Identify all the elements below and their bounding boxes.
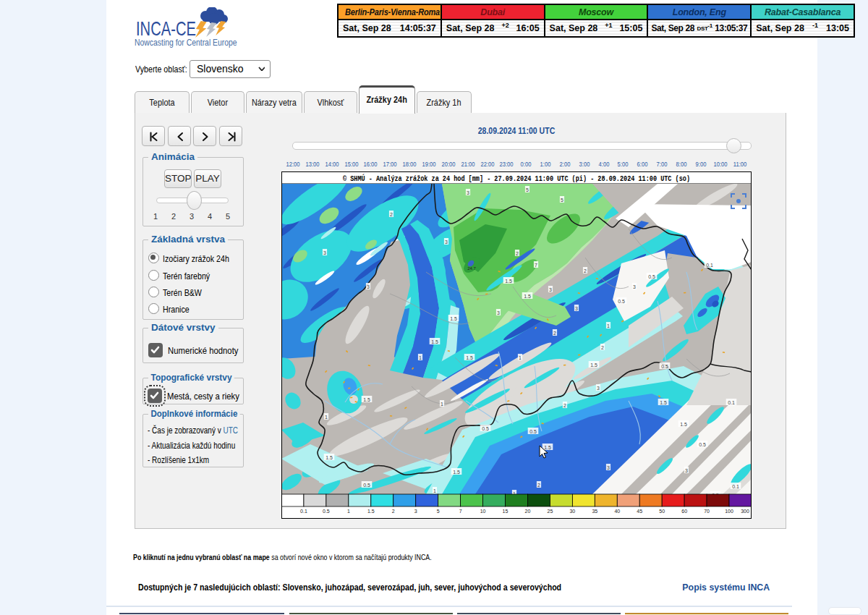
- svg-text:2: 2: [563, 403, 566, 408]
- svg-text:1.5: 1.5: [466, 355, 473, 360]
- svg-text:20: 20: [525, 509, 531, 514]
- svg-text:1: 1: [419, 355, 422, 360]
- svg-text:1.5: 1.5: [453, 470, 460, 475]
- svg-text:2: 2: [516, 251, 519, 256]
- svg-text:2: 2: [537, 483, 540, 488]
- svg-text:1.5: 1.5: [431, 339, 438, 344]
- svg-text:300: 300: [741, 509, 749, 514]
- svg-text:0.5: 0.5: [648, 274, 655, 279]
- svg-text:0.1: 0.1: [732, 484, 739, 489]
- svg-text:3: 3: [575, 306, 578, 311]
- svg-text:1.5: 1.5: [680, 422, 687, 427]
- svg-text:40: 40: [614, 509, 620, 514]
- svg-text:3: 3: [607, 465, 610, 470]
- svg-text:© SHMÚ - Analýza zrážok za 24: © SHMÚ - Analýza zrážok za 24 hod [mm] -…: [343, 174, 690, 183]
- svg-text:1.5: 1.5: [367, 509, 375, 514]
- svg-text:1.5: 1.5: [524, 294, 531, 299]
- svg-text:0.5: 0.5: [699, 442, 706, 447]
- svg-text:1: 1: [607, 323, 610, 328]
- svg-text:0.5: 0.5: [482, 426, 489, 431]
- svg-text:10: 10: [480, 509, 486, 514]
- svg-text:1.5: 1.5: [660, 400, 667, 405]
- svg-text:1.5: 1.5: [326, 455, 333, 460]
- svg-text:100: 100: [725, 509, 733, 514]
- svg-text:2: 2: [601, 345, 604, 350]
- svg-text:1.5: 1.5: [505, 279, 512, 284]
- svg-text:0.1: 0.1: [728, 400, 735, 405]
- svg-text:1.5: 1.5: [363, 397, 370, 402]
- svg-text:0.5: 0.5: [661, 364, 668, 369]
- svg-text:3: 3: [497, 310, 500, 315]
- svg-text:1: 1: [433, 488, 436, 493]
- svg-text:2: 2: [390, 212, 393, 217]
- svg-text:7: 7: [459, 509, 462, 514]
- svg-text:3: 3: [685, 468, 688, 473]
- svg-text:3: 3: [414, 509, 417, 514]
- svg-text:3: 3: [467, 190, 469, 195]
- svg-text:2: 2: [392, 509, 395, 514]
- svg-text:2: 2: [584, 268, 587, 273]
- svg-text:3: 3: [633, 284, 636, 289]
- svg-text:7: 7: [535, 263, 537, 268]
- svg-text:2: 2: [553, 331, 556, 336]
- svg-text:0.1: 0.1: [300, 509, 307, 514]
- svg-text:1.5: 1.5: [544, 445, 551, 450]
- svg-text:3: 3: [323, 250, 326, 255]
- svg-text:70: 70: [704, 509, 710, 514]
- svg-text:0.1: 0.1: [706, 263, 713, 268]
- svg-text:3: 3: [597, 386, 600, 391]
- svg-text:5: 5: [526, 187, 529, 192]
- svg-text:50: 50: [659, 509, 665, 514]
- svg-text:15: 15: [503, 509, 509, 514]
- svg-text:35: 35: [592, 509, 597, 514]
- svg-text:1.5: 1.5: [450, 316, 457, 321]
- svg-text:1: 1: [441, 402, 443, 407]
- svg-text:0.5: 0.5: [363, 483, 370, 488]
- svg-text:1: 1: [325, 415, 328, 420]
- svg-text:30: 30: [569, 509, 575, 514]
- svg-text:1.5: 1.5: [590, 362, 597, 368]
- svg-text:0.5: 0.5: [529, 429, 537, 434]
- svg-text:3: 3: [367, 284, 370, 289]
- svg-text:5: 5: [437, 509, 440, 514]
- svg-text:0.5: 0.5: [323, 509, 330, 514]
- svg-text:3: 3: [549, 287, 552, 292]
- svg-text:3: 3: [445, 239, 448, 245]
- svg-text:0.5: 0.5: [618, 299, 625, 304]
- svg-text:60: 60: [681, 509, 687, 514]
- svg-text:45: 45: [637, 509, 642, 514]
- svg-text:1: 1: [347, 509, 350, 514]
- svg-text:24.7: 24.7: [467, 266, 476, 271]
- svg-text:25: 25: [548, 509, 553, 514]
- svg-text:1: 1: [519, 355, 522, 360]
- svg-text:5: 5: [561, 198, 563, 203]
